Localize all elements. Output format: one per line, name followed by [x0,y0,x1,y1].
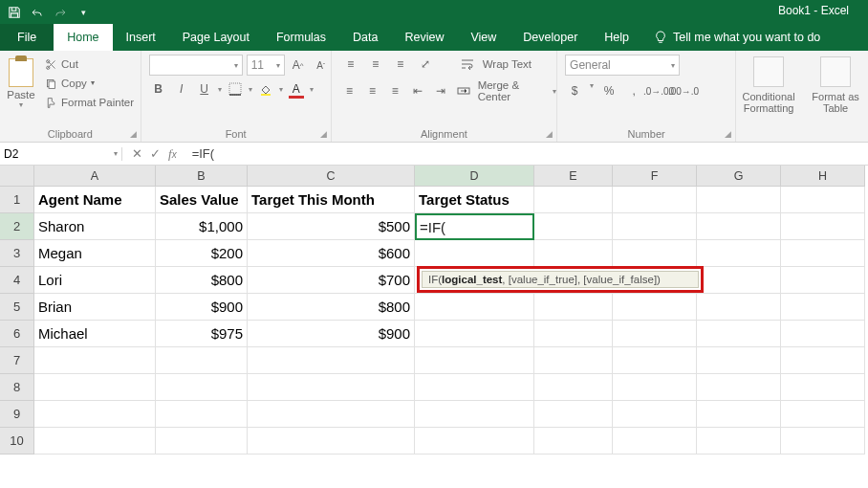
cell[interactable] [697,213,781,240]
undo-icon[interactable] [31,6,44,19]
cut-button[interactable]: Cut [44,55,134,74]
cell[interactable] [248,401,415,428]
format-painter-button[interactable]: Format Painter [44,93,134,112]
cell[interactable] [697,294,781,321]
cell[interactable]: $900 [248,321,415,347]
col-header-B[interactable]: B [156,166,248,187]
cell[interactable] [415,321,534,347]
cell[interactable]: Agent Name [34,187,156,213]
cell[interactable] [613,428,697,455]
row-header[interactable]: 4 [0,267,34,294]
cell[interactable] [697,187,781,213]
cell[interactable] [34,374,156,401]
format-as-table-button[interactable]: Format as Table [805,56,866,142]
percent-format-button[interactable]: % [599,81,618,100]
cell[interactable]: Lori [34,267,156,294]
cell[interactable] [697,374,781,401]
shrink-font-button[interactable]: Aˇ [312,55,331,75]
cell[interactable] [34,428,156,455]
accounting-format-button[interactable]: $ [565,81,584,100]
cell[interactable] [534,294,613,321]
cell[interactable]: $500 [248,213,415,240]
cell[interactable] [613,294,697,321]
row-header[interactable]: 10 [0,428,34,455]
tab-help[interactable]: Help [591,24,642,51]
increase-indent-button[interactable]: ⇥ [432,81,449,100]
cell[interactable] [613,213,697,240]
cell[interactable]: $975 [156,321,248,347]
cell[interactable] [781,267,865,294]
cell[interactable] [781,401,865,428]
cell[interactable] [248,374,415,401]
cell[interactable] [415,374,534,401]
cell[interactable] [781,213,865,240]
tab-home[interactable]: Home [54,24,112,51]
conditional-formatting-button[interactable]: Conditional Formatting [738,56,799,142]
cell[interactable] [781,187,865,213]
cell[interactable] [415,240,534,267]
cell-editing[interactable]: =IF( [415,213,534,240]
cell[interactable] [613,347,697,374]
tab-view[interactable]: View [457,24,510,51]
row-header[interactable]: 8 [0,374,34,401]
orientation-button[interactable]: ⤢ [416,55,435,74]
cell[interactable]: Target This Month [248,187,415,213]
align-center-button[interactable]: ≡ [363,81,380,100]
cell[interactable] [34,401,156,428]
cell[interactable] [613,240,697,267]
cell[interactable]: $900 [156,294,248,321]
cell[interactable] [613,401,697,428]
qat-customize-icon[interactable]: ▾ [76,6,90,19]
col-header-D[interactable]: D [415,166,534,187]
cell[interactable] [613,187,697,213]
cell[interactable] [781,428,865,455]
cell[interactable]: Sales Value [156,187,248,213]
tab-review[interactable]: Review [391,24,457,51]
cell[interactable]: Target Status [415,187,534,213]
align-top-button[interactable]: ≡ [341,55,360,74]
fx-icon[interactable]: fx [168,146,177,162]
tab-file[interactable]: File [0,24,54,51]
cell[interactable]: $700 [248,267,415,294]
cell[interactable] [613,374,697,401]
cell[interactable]: Megan [34,240,156,267]
cell[interactable] [415,347,534,374]
bold-button[interactable]: B [149,79,168,99]
row-header[interactable]: 2 [0,213,34,240]
cell[interactable] [534,428,613,455]
cell[interactable] [534,213,613,240]
cell[interactable] [534,401,613,428]
decrease-decimal-button[interactable]: .00→.0 [674,81,693,100]
cell[interactable] [415,401,534,428]
cell[interactable] [248,347,415,374]
cell[interactable] [534,347,613,374]
alignment-expand-icon[interactable]: ◢ [546,129,553,139]
cell[interactable]: Michael [34,321,156,347]
number-format-select[interactable]: General▾ [565,55,680,76]
select-all-corner[interactable] [0,166,34,187]
cell[interactable] [697,267,781,294]
increase-decimal-button[interactable]: .0→.00 [649,81,668,100]
wrap-text-button[interactable]: Wrap Text [483,58,532,70]
row-header[interactable]: 5 [0,294,34,321]
align-middle-button[interactable]: ≡ [366,55,385,74]
tab-insert[interactable]: Insert [113,24,169,51]
align-right-button[interactable]: ≡ [386,81,403,100]
grow-font-button[interactable]: A^ [289,55,308,75]
row-header[interactable]: 7 [0,347,34,374]
cell[interactable]: Sharon [34,213,156,240]
cell[interactable] [534,187,613,213]
name-box[interactable]: D2 ▾ [0,147,122,161]
enter-formula-button[interactable]: ✓ [150,146,161,161]
cell[interactable]: $800 [156,267,248,294]
cell[interactable]: $800 [248,294,415,321]
fill-color-button[interactable] [256,79,275,99]
cell[interactable] [781,240,865,267]
tab-formulas[interactable]: Formulas [263,24,339,51]
cell[interactable] [697,428,781,455]
col-header-C[interactable]: C [248,166,415,187]
align-left-button[interactable]: ≡ [341,81,358,100]
redo-icon[interactable] [54,6,67,19]
cell[interactable]: $1,000 [156,213,248,240]
cell[interactable] [156,428,248,455]
